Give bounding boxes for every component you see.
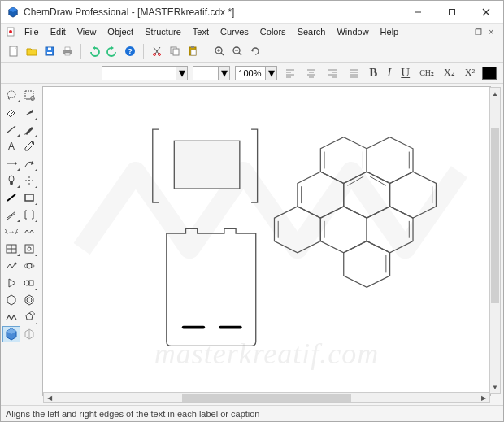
superscript-button[interactable]: X² [463,67,477,79]
undo-button[interactable] [86,43,102,59]
chain-tool[interactable] [2,309,20,325]
chevron-down-icon[interactable]: ▾ [218,67,229,80]
ring-tool[interactable] [21,309,39,325]
help-button[interactable]: ? [122,43,138,59]
lasso-tool[interactable] [2,87,20,103]
bracket-tool[interactable] [21,207,39,223]
color-swatch[interactable] [482,67,497,80]
structure-tool[interactable] [21,326,39,342]
wedge-tool[interactable] [21,104,39,120]
menu-colors[interactable]: Colors [254,25,292,38]
font-input[interactable] [102,68,176,78]
reaction-tool[interactable] [2,258,20,274]
scroll-up-icon[interactable]: ▲ [490,88,500,99]
pen-tool[interactable] [21,121,39,137]
underline-button[interactable]: U [398,66,412,80]
menu-help[interactable]: Help [375,25,405,38]
italic-button[interactable]: I [385,66,393,80]
orbital-tool[interactable] [2,172,20,189]
size-combo[interactable]: ▾ [193,66,230,80]
menu-curves[interactable]: Curves [215,25,254,38]
align-right-button[interactable] [324,66,341,80]
title-bar: ChemDraw Professional - [MASTERkreatif.c… [1,1,503,24]
svg-marker-91 [29,311,35,315]
menu-file[interactable]: File [19,25,45,38]
zoom-out-button[interactable] [229,43,245,59]
benzene-tool[interactable] [21,292,39,308]
rectangle-tool[interactable] [21,189,39,206]
menu-window[interactable]: Window [331,25,374,38]
svg-line-71 [7,194,15,201]
chemical-symbol-tool[interactable] [21,172,39,189]
zoom-in-button[interactable] [211,43,228,59]
size-input[interactable] [193,68,218,78]
horizontal-scrollbar[interactable]: ◀ ▶ [43,392,490,403]
minimize-button[interactable] [401,1,435,23]
svg-point-7 [9,30,12,33]
cleanup-tool[interactable]: A→A [2,224,20,240]
marquee-tool[interactable] [21,87,39,103]
zoom-input[interactable] [236,68,265,78]
acyclic-chain-tool[interactable] [21,224,39,240]
save-button[interactable] [41,43,58,59]
eyedropper-tool[interactable] [21,138,39,154]
scroll-left-icon[interactable]: ◀ [44,393,55,402]
align-center-button[interactable] [303,66,319,80]
refresh-button[interactable] [247,43,263,59]
menu-text[interactable]: Text [187,25,215,38]
align-justify-button[interactable] [345,66,362,80]
maximize-button[interactable] [435,1,469,23]
font-combo[interactable]: ▾ [102,66,188,80]
play-tool[interactable] [2,275,20,291]
hexagon-tool[interactable] [2,292,20,308]
print-button[interactable] [59,43,76,59]
copy-button[interactable] [167,43,183,59]
align-left-button[interactable] [282,66,298,80]
mdi-restore-icon[interactable]: ❐ [475,28,482,37]
mdi-close-icon[interactable]: × [489,28,493,37]
menu-search[interactable]: Search [292,25,332,38]
subscript-button[interactable]: X₂ [441,67,458,79]
3d-tool[interactable] [2,326,20,342]
chevron-down-icon[interactable]: ▾ [265,67,276,80]
horizontal-scroll-thumb[interactable] [182,394,351,402]
text-tool[interactable]: A [2,138,20,154]
menu-structure[interactable]: Structure [139,25,187,38]
new-button[interactable] [6,43,22,59]
bold-button[interactable]: B [367,66,380,80]
scroll-down-icon[interactable]: ▼ [490,381,500,393]
arrow-tool[interactable] [2,155,20,172]
paste-button[interactable] [185,43,201,59]
zoom-combo[interactable]: ▾ [235,66,277,80]
curve-arrow-tool[interactable] [21,155,39,172]
formula-button[interactable]: CH₂ [417,68,437,77]
svg-line-73 [7,211,15,218]
menu-view[interactable]: View [72,25,102,38]
band-tool[interactable] [2,207,20,223]
redo-button[interactable] [104,43,120,59]
drawing-canvas[interactable]: masterkreatif.com [43,87,490,395]
eraser-tool[interactable] [2,104,20,120]
svg-marker-87 [7,295,15,305]
open-button[interactable] [24,43,40,59]
vertical-scrollbar[interactable]: ▲ ▼ [489,87,501,394]
shapes-tool[interactable] [21,275,39,291]
mdi-minimize-icon[interactable]: – [464,28,469,37]
atom-tool[interactable] [21,258,39,274]
chevron-down-icon[interactable]: ▾ [176,67,187,80]
solid-bond-tool[interactable] [2,189,20,206]
svg-marker-107 [344,241,390,288]
vertical-scroll-thumb[interactable] [491,128,499,303]
cut-button[interactable] [149,43,165,59]
svg-rect-15 [65,53,70,55]
svg-marker-100 [367,137,413,184]
table-tool[interactable] [2,241,20,257]
svg-line-58 [7,126,15,133]
scroll-right-icon[interactable]: ▶ [478,393,489,402]
bond-tool[interactable] [2,121,20,137]
template-tool[interactable] [21,241,39,257]
status-bar: Aligns the left and right edges of the t… [1,405,503,421]
close-button[interactable] [469,1,503,23]
menu-object[interactable]: Object [102,25,139,38]
menu-edit[interactable]: Edit [45,25,72,38]
